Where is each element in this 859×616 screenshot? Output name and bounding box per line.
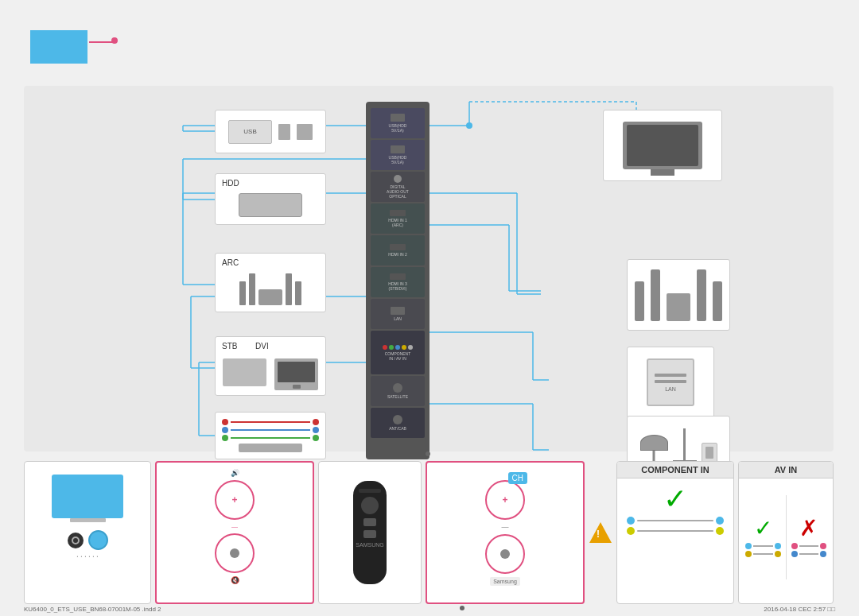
bottom-section: ⬝⬝⬝⬝⬝⬝ 🔊 + — 🔇 <box>24 461 834 604</box>
av-bad-example: ✗ <box>791 517 827 557</box>
component-device-box <box>215 412 326 459</box>
av-divider <box>786 495 787 579</box>
component-cables <box>624 517 727 535</box>
component-in-header: COMPONENT IN <box>617 462 733 478</box>
top-blue-rect <box>30 30 87 64</box>
svg-point-28 <box>466 122 472 129</box>
remote-brand-label: SAMSUNG <box>356 542 383 548</box>
av-xmark: ✗ <box>799 517 818 540</box>
tv-shape <box>623 122 702 169</box>
mini-tv-display <box>52 475 123 518</box>
footer-center-dot <box>460 606 464 610</box>
power-button[interactable] <box>68 533 84 548</box>
remote-shape: SAMSUNG <box>353 481 387 584</box>
port-hdmi1: HDMI IN 1(ARC) <box>371 203 425 234</box>
remote-top-bar <box>359 489 381 493</box>
tv-stand <box>651 169 674 176</box>
hdd-device-box: HDD <box>215 173 326 225</box>
port-lan: LAN <box>371 299 425 329</box>
channel-dial-top[interactable]: CH + <box>485 480 525 520</box>
port-hdmi3: HDMI IN 3(STB/DVI) <box>371 267 425 297</box>
warning-triangle-icon: ! <box>589 522 612 543</box>
port-hdmi3-label: HDMI IN 3(STB/DVI) <box>388 281 406 291</box>
top-connector-dot <box>111 37 118 44</box>
router-shape: LAN <box>647 358 694 406</box>
av-good-example: ✓ <box>745 517 781 557</box>
arc-label: ARC <box>222 258 239 267</box>
av-in-box: AV IN ✓ <box>738 461 834 604</box>
port-ant-cab: ANT/CAB <box>371 408 425 438</box>
usb-device-box: USB <box>215 110 326 153</box>
av-in-header: AV IN <box>739 462 833 478</box>
top-connector-line <box>89 41 113 43</box>
port-hdmi1-label: HDMI IN 1(ARC) <box>388 218 406 227</box>
footer-left-text: KU6400_0_ETS_USE_BN68-07001M-05 .indd 2 <box>24 606 161 613</box>
port-digital-audio: DIGITALAUDIO OUTOPTICAL <box>371 172 425 202</box>
main-diagram-area: USB HDD ARC STB DVI <box>24 86 834 451</box>
source-button[interactable] <box>88 530 108 550</box>
volume-icon: 🔊 <box>231 469 239 477</box>
speakers-device-box <box>627 259 730 331</box>
channel-controls-box: CH + — Samsung <box>426 461 585 604</box>
arc-device-box: ARC <box>215 253 326 312</box>
port-usb1: USB(HDD5V/1A) <box>371 108 425 138</box>
remote-middle-btn[interactable] <box>363 518 376 526</box>
mini-tv-stand <box>70 518 106 522</box>
mute-icon: 🔇 <box>231 576 239 584</box>
volume-controls-box: 🔊 + — 🔇 <box>155 461 314 604</box>
stb-label: STB <box>222 342 237 351</box>
component-in-box: COMPONENT IN ✓ <box>616 461 734 604</box>
volume-dial-2[interactable] <box>215 533 255 573</box>
ch-minus-icon: — <box>502 523 509 531</box>
ethernet-device-box: LAN <box>627 347 714 418</box>
port-usb2: USB(HDD5V/1A) <box>371 140 425 170</box>
speakers-shape <box>635 269 722 321</box>
stb-dvi-device-box: STB DVI <box>215 336 326 396</box>
center-dot-middle <box>426 451 430 456</box>
volume-dial[interactable]: + <box>215 480 255 520</box>
samsung-text-label: Samsung <box>490 577 520 586</box>
port-component-av: COMPONENTIN / AV IN <box>371 331 425 374</box>
dvi-label: DVI <box>255 342 269 351</box>
port-usb1-label: USB(HDD5V/1A) <box>389 123 407 133</box>
tv-screen <box>627 125 698 166</box>
port-panel: USB(HDD5V/1A) USB(HDD5V/1A) DIGITALAUDIO… <box>366 102 430 459</box>
component-checkmark: ✓ <box>663 485 687 513</box>
av-checkmark: ✓ <box>754 517 772 540</box>
footer-right-text: 2016-04-18 CEC 2:57 □□ <box>764 606 835 613</box>
port-hdmi2: HDMI IN 2 <box>371 235 425 265</box>
bottom-tv-box: ⬝⬝⬝⬝⬝⬝ <box>24 461 151 604</box>
channel-dial-bottom[interactable] <box>485 534 525 574</box>
port-usb2-label: USB(HDD5V/1A) <box>389 155 407 165</box>
port-ant-label: ANT/CAB <box>389 426 406 431</box>
volume-minus: — <box>231 523 238 530</box>
page-footer: KU6400_0_ETS_USE_BN68-07001M-05 .indd 2 … <box>24 606 835 613</box>
warning-section: ! <box>589 461 612 604</box>
port-digital-label: DIGITALAUDIO OUTOPTICAL <box>387 184 409 199</box>
port-satellite: SATELLITE <box>371 376 425 406</box>
port-satellite-label: SATELLITE <box>387 394 408 399</box>
hdd-label: HDD <box>222 179 239 188</box>
ch-badge: CH <box>508 472 527 484</box>
port-lan-label: LAN <box>394 316 402 321</box>
port-component-label: COMPONENTIN / AV IN <box>385 351 411 361</box>
antenna-shape <box>640 428 717 463</box>
tv-device-box <box>603 110 722 181</box>
remote-nav-button[interactable] <box>361 497 379 514</box>
port-hdmi2-label: HDMI IN 2 <box>388 252 406 257</box>
remote-bottom-btn[interactable] <box>363 530 376 538</box>
remote-control-box: SAMSUNG <box>318 461 422 604</box>
